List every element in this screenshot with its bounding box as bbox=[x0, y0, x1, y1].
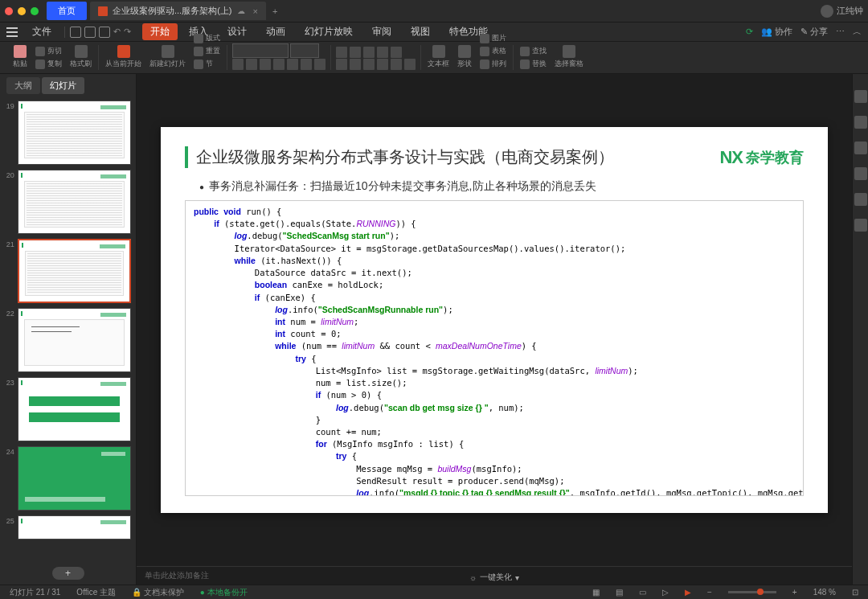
new-slide-button[interactable]: 新建幻灯片 bbox=[148, 44, 187, 70]
qat-print-icon[interactable] bbox=[84, 27, 96, 38]
align-justify-icon[interactable] bbox=[377, 59, 388, 70]
align-text-icon[interactable] bbox=[404, 59, 416, 70]
section-button[interactable]: 节 bbox=[192, 58, 222, 70]
find-button[interactable]: 查找 bbox=[518, 45, 548, 57]
qat-save-icon[interactable] bbox=[70, 27, 81, 38]
protect-status[interactable]: 🔒 文档未保护 bbox=[129, 587, 187, 598]
font-size-select[interactable] bbox=[290, 43, 319, 58]
fit-window-icon[interactable]: ⊡ bbox=[849, 588, 862, 597]
align-left-icon[interactable] bbox=[336, 59, 347, 70]
new-tab-button[interactable]: + bbox=[266, 3, 284, 19]
bullets-icon[interactable] bbox=[336, 47, 347, 58]
tab-view[interactable]: 视图 bbox=[403, 23, 438, 40]
tab-design[interactable]: 设计 bbox=[219, 23, 255, 40]
slides-tab[interactable]: 幻灯片 bbox=[42, 77, 84, 94]
rail-settings-icon[interactable] bbox=[854, 116, 867, 129]
maximize-window-icon[interactable] bbox=[31, 7, 39, 15]
zoom-out-button[interactable]: − bbox=[704, 588, 715, 597]
indent-left-icon[interactable] bbox=[377, 47, 388, 58]
rail-user-icon[interactable] bbox=[854, 90, 867, 103]
font-color-icon[interactable] bbox=[287, 59, 298, 70]
share-button[interactable]: ✎ 分享 bbox=[800, 26, 828, 38]
align-right-icon[interactable] bbox=[363, 59, 375, 70]
slide-thumbnail[interactable] bbox=[18, 377, 131, 441]
numbering-icon[interactable] bbox=[350, 47, 361, 58]
slide-thumbnail[interactable] bbox=[18, 308, 131, 372]
font-family-select[interactable] bbox=[232, 43, 289, 58]
table-button[interactable]: 表格 bbox=[478, 45, 508, 57]
slide-thumbnail[interactable] bbox=[18, 170, 131, 234]
select-pane-button[interactable]: 选择窗格 bbox=[553, 44, 585, 70]
format-painter-button[interactable]: 格式刷 bbox=[68, 44, 93, 70]
view-reading-icon[interactable]: ▭ bbox=[636, 588, 649, 597]
highlight-icon[interactable] bbox=[301, 59, 312, 70]
paste-button[interactable]: 粘贴 bbox=[11, 44, 29, 70]
strike-icon[interactable] bbox=[273, 59, 285, 70]
underline-icon[interactable] bbox=[260, 59, 271, 70]
qat-preview-icon[interactable] bbox=[99, 27, 110, 38]
line-spacing-icon[interactable] bbox=[391, 47, 402, 58]
rail-tools-icon[interactable] bbox=[854, 219, 867, 232]
collaborate-button[interactable]: 👥 协作 bbox=[761, 26, 792, 38]
slide-canvas[interactable]: 企业级微服务架构分布式事务设计与实践（电商交易案例） NX 奈学教育 事务消息补… bbox=[137, 74, 852, 566]
more-icon[interactable]: ⋯ bbox=[836, 27, 845, 37]
close-window-icon[interactable] bbox=[5, 7, 13, 15]
qat-redo-icon[interactable]: ↷ bbox=[124, 27, 131, 37]
user-account[interactable]: 江纯钟 bbox=[821, 5, 863, 18]
theme-label[interactable]: Office 主题 bbox=[73, 587, 119, 598]
bold-icon[interactable] bbox=[232, 59, 244, 70]
view-normal-icon[interactable]: ▦ bbox=[589, 588, 603, 597]
slide-thumbnail[interactable] bbox=[18, 101, 131, 165]
reset-button[interactable]: 重置 bbox=[192, 45, 222, 57]
view-slideshow-icon[interactable]: ▷ bbox=[659, 588, 672, 597]
sync-icon[interactable]: ⟳ bbox=[746, 27, 753, 37]
slide-bullet-text[interactable]: 事务消息补漏任务：扫描最近10分钟未提交事务消息,防止各种场景的消息丢失 bbox=[199, 179, 804, 194]
clear-format-icon[interactable] bbox=[314, 59, 326, 70]
cut-button[interactable]: 剪切 bbox=[34, 45, 63, 57]
thumbnail-list[interactable]: 19 20 21 22 23 24 25 bbox=[0, 97, 136, 562]
file-menu[interactable]: 文件 bbox=[24, 23, 59, 40]
collapse-ribbon-icon[interactable]: ︿ bbox=[853, 26, 862, 38]
italic-icon[interactable] bbox=[246, 59, 257, 70]
shapes-button[interactable]: 形状 bbox=[456, 44, 473, 70]
add-slide-button[interactable]: + bbox=[52, 567, 84, 580]
minimize-window-icon[interactable] bbox=[18, 7, 26, 15]
text-direction-icon[interactable] bbox=[391, 59, 402, 70]
layout-button[interactable]: 版式 bbox=[192, 32, 222, 44]
textbox-button[interactable]: 文本框 bbox=[426, 44, 451, 70]
slide-thumbnail[interactable] bbox=[18, 515, 131, 540]
rail-material-icon[interactable] bbox=[854, 167, 867, 180]
slide-content[interactable]: 企业级微服务架构分布式事务设计与实践（电商交易案例） NX 奈学教育 事务消息补… bbox=[161, 127, 828, 513]
arrange-button[interactable]: 排列 bbox=[478, 58, 508, 70]
backup-status[interactable]: ● 本地备份开 bbox=[197, 587, 251, 598]
beautify-button[interactable]: ☼ 一键美化 ▾ bbox=[469, 572, 519, 583]
document-tab[interactable]: 企业级案例驱动...服务架构(上) ☁ × bbox=[90, 2, 266, 20]
replace-button[interactable]: 替换 bbox=[518, 58, 548, 70]
indent-right-icon[interactable] bbox=[363, 47, 375, 58]
rail-animation-icon[interactable] bbox=[854, 193, 867, 206]
zoom-slider[interactable] bbox=[728, 591, 776, 593]
close-tab-icon[interactable]: × bbox=[253, 6, 258, 16]
slide-title[interactable]: 企业级微服务架构分布式事务设计与实践（电商交易案例） bbox=[185, 146, 614, 168]
slide-thumbnail[interactable] bbox=[18, 446, 131, 511]
titlebar: 首页 企业级案例驱动...服务架构(上) ☁ × + 江纯钟 bbox=[0, 0, 868, 23]
tab-review[interactable]: 审阅 bbox=[364, 23, 399, 40]
tab-animation[interactable]: 动画 bbox=[258, 23, 293, 40]
play-icon[interactable]: ▶ bbox=[682, 588, 694, 597]
qat-undo-icon[interactable]: ↶ bbox=[113, 27, 121, 37]
zoom-in-button[interactable]: + bbox=[789, 588, 800, 597]
from-beginning-button[interactable]: 从当前开始 bbox=[104, 44, 143, 70]
align-center-icon[interactable] bbox=[350, 59, 361, 70]
tab-start[interactable]: 开始 bbox=[142, 23, 178, 40]
app-menu-icon[interactable] bbox=[6, 27, 18, 37]
rail-template-icon[interactable] bbox=[854, 142, 867, 154]
code-block[interactable]: public void run() { if (state.get().equa… bbox=[185, 200, 804, 496]
outline-tab[interactable]: 大纲 bbox=[6, 77, 40, 94]
tab-slideshow[interactable]: 幻灯片放映 bbox=[297, 23, 361, 40]
home-tab[interactable]: 首页 bbox=[47, 2, 87, 20]
copy-button[interactable]: 复制 bbox=[34, 58, 63, 70]
view-sorter-icon[interactable]: ▤ bbox=[612, 588, 626, 597]
zoom-level[interactable]: 148 % bbox=[810, 588, 839, 597]
picture-button[interactable]: 图片 bbox=[478, 32, 508, 44]
slide-thumbnail-active[interactable] bbox=[18, 239, 131, 303]
